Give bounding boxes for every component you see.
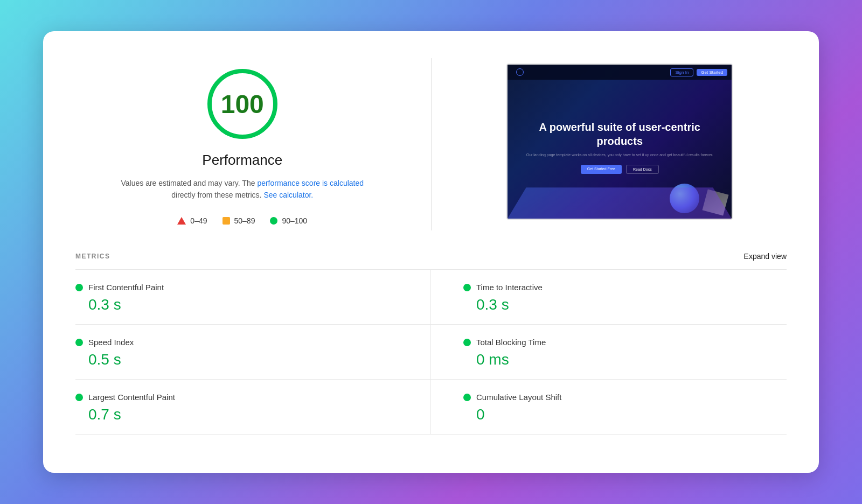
metric-name-row: Time to Interactive xyxy=(463,283,787,292)
metric-value: 0.5 s xyxy=(75,351,398,368)
metric-name-row: Cumulative Layout Shift xyxy=(463,393,787,402)
desc-mid: directly from these metrics. xyxy=(171,191,263,199)
preview-area: Sign In Get Started A powerful suite of … xyxy=(453,58,787,220)
metric-name: Largest Contentful Paint xyxy=(88,393,175,402)
square-icon xyxy=(223,217,230,225)
metric-name: Cumulative Layout Shift xyxy=(476,393,561,402)
legend-needs-improvement: 50–89 xyxy=(223,216,255,225)
metrics-header: METRICS Expand view xyxy=(75,252,787,261)
expand-view-button[interactable]: Expand view xyxy=(744,252,787,261)
metric-item: Total Blocking Time 0 ms xyxy=(431,325,787,380)
performance-title: Performance xyxy=(202,152,282,169)
metric-name: Total Blocking Time xyxy=(476,338,546,347)
metric-status-dot xyxy=(75,284,83,291)
metric-status-dot xyxy=(463,284,471,291)
metric-name-row: Total Blocking Time xyxy=(463,338,787,347)
preview-subtitle: Our landing page template works on all d… xyxy=(510,152,729,158)
legend: 0–49 50–89 90–100 xyxy=(177,216,307,225)
metric-value: 0.7 s xyxy=(75,406,398,423)
calculator-link[interactable]: See calculator. xyxy=(263,191,313,199)
metric-name: Time to Interactive xyxy=(476,283,543,292)
metric-value: 0 ms xyxy=(463,351,787,368)
metric-value: 0.3 s xyxy=(75,296,398,313)
metric-name: First Contentful Paint xyxy=(88,283,164,292)
metric-name-row: First Contentful Paint xyxy=(75,283,398,292)
vertical-divider xyxy=(431,58,432,230)
score-circle: 100 xyxy=(207,69,277,139)
performance-desc: Values are estimated and may vary. The p… xyxy=(113,177,372,201)
legend-range3: 90–100 xyxy=(282,216,307,225)
metric-status-dot xyxy=(463,394,471,401)
preview-nav: Sign In Get Started xyxy=(508,65,732,80)
metric-item: Speed Index 0.5 s xyxy=(75,325,431,380)
perf-score-link[interactable]: performance score is calculated xyxy=(257,179,364,187)
website-preview: Sign In Get Started A powerful suite of … xyxy=(506,64,733,220)
metric-status-dot xyxy=(75,339,83,346)
get-started-nav-btn: Get Started xyxy=(697,69,727,76)
circle-icon xyxy=(270,217,277,225)
legend-range2: 50–89 xyxy=(234,216,255,225)
legend-range1: 0–49 xyxy=(190,216,207,225)
metric-status-dot xyxy=(75,394,83,401)
metric-name-row: Speed Index xyxy=(75,338,398,347)
metrics-grid: First Contentful Paint 0.3 s Time to Int… xyxy=(75,270,787,435)
top-section: 100 Performance Values are estimated and… xyxy=(75,58,787,230)
metric-item: First Contentful Paint 0.3 s xyxy=(75,270,431,325)
preview-cta1: Get Started Free xyxy=(581,165,622,174)
preview-cta2: Read Docs xyxy=(626,165,659,174)
metric-value: 0.3 s xyxy=(463,296,787,313)
metric-item: Time to Interactive 0.3 s xyxy=(431,270,787,325)
preview-cta: Get Started Free Read Docs xyxy=(581,165,659,174)
triangle-icon xyxy=(177,217,186,225)
platform-3d xyxy=(508,187,732,219)
metrics-label: METRICS xyxy=(75,253,110,260)
metric-status-dot xyxy=(463,339,471,346)
metric-item: Largest Contentful Paint 0.7 s xyxy=(75,380,431,435)
performance-card: 100 Performance Values are estimated and… xyxy=(43,31,819,473)
legend-poor: 0–49 xyxy=(177,216,207,225)
score-area: 100 Performance Values are estimated and… xyxy=(75,58,409,225)
metric-name-row: Largest Contentful Paint xyxy=(75,393,398,402)
score-number: 100 xyxy=(221,89,264,119)
metrics-section: METRICS Expand view First Contentful Pai… xyxy=(75,252,787,435)
desc-text: Values are estimated and may vary. The xyxy=(121,179,257,187)
preview-inner: Sign In Get Started A powerful suite of … xyxy=(508,65,732,219)
legend-good: 90–100 xyxy=(270,216,307,225)
metric-value: 0 xyxy=(463,406,787,423)
metric-name: Speed Index xyxy=(88,338,134,347)
globe-icon xyxy=(516,68,524,76)
signin-btn: Sign In xyxy=(670,68,693,76)
preview-headline: A powerful suite of user-centric product… xyxy=(508,120,732,148)
metric-item: Cumulative Layout Shift 0 xyxy=(431,380,787,435)
